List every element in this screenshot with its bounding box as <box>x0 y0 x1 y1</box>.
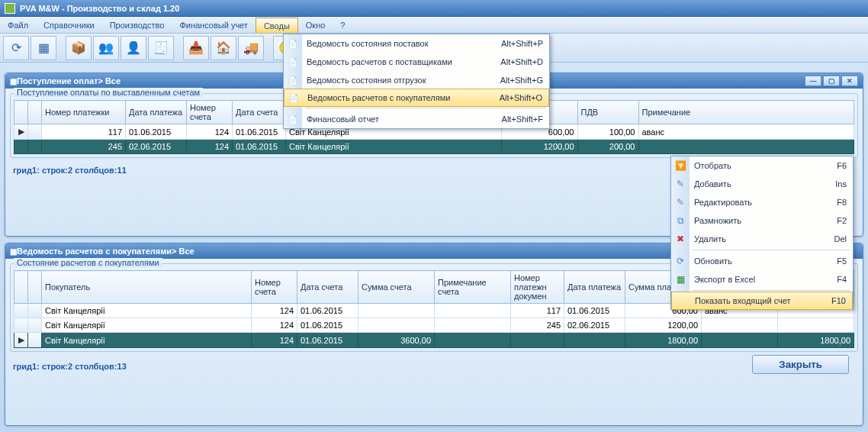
context-menu: 🔽 ОтобратьF6 ✎ ДобавитьIns ✎ Редактирова… <box>670 156 854 310</box>
maximize-button[interactable]: ▢ <box>823 76 840 86</box>
table-row[interactable]: Світ Канцелярії 124 01.06.2015 245 02.06… <box>14 318 854 333</box>
report-icon: 📄 <box>287 74 299 86</box>
col-vat[interactable]: ПДВ <box>577 101 638 124</box>
dd-supplier-settlements[interactable]: 📄 Ведомость расчетов с поставщиками Alt+… <box>284 53 549 71</box>
menu-finance[interactable]: Финансовый учет <box>172 17 256 33</box>
menu-window[interactable]: Окно <box>298 17 333 33</box>
copy-icon: ⧉ <box>674 214 686 227</box>
col-invoice-note[interactable]: Примечание счета <box>435 271 511 304</box>
menu-dictionaries[interactable]: Справочники <box>36 17 102 33</box>
group-label: Поступление оплаты по выставленным счета… <box>14 88 203 97</box>
table-row[interactable]: ▶ Світ Канцелярії 124 01.06.2015 3600,00… <box>14 333 854 348</box>
menu-file[interactable]: Файл <box>0 17 36 33</box>
col-pay-date[interactable]: Дата платежа <box>564 271 625 304</box>
tool-5[interactable]: 👤 <box>121 36 146 60</box>
close-button[interactable]: Закрыть <box>752 355 849 374</box>
tool-9[interactable]: 🚚 <box>238 36 264 60</box>
filter-icon: 🔽 <box>674 160 686 172</box>
close-button[interactable]: ✕ <box>841 76 858 86</box>
dd-supply-status[interactable]: 📄 Ведомость состояния поставок Alt+Shift… <box>284 34 549 53</box>
tool-excel[interactable]: ▦ <box>31 36 56 60</box>
cx-delete[interactable]: ✖ УдалитьDel <box>671 230 853 248</box>
dd-finance-report[interactable]: 📄 Финансовый отчет Alt+Shift+F <box>284 110 549 128</box>
col-buyer[interactable]: Покупатель <box>42 271 252 304</box>
col-payment-date[interactable]: Дата платежа <box>126 101 187 124</box>
cx-edit[interactable]: ✎ РедактироватьF8 <box>671 193 853 211</box>
cx-show-invoice[interactable]: Показать входящий счетF10 <box>671 292 853 310</box>
col-invoice-sum[interactable]: Сумма счета <box>358 271 435 304</box>
col-invoice-no[interactable]: Номер счета <box>252 271 297 304</box>
cx-refresh[interactable]: ⟳ ОбновитьF5 <box>671 252 853 270</box>
cx-duplicate[interactable]: ⧉ РазмножитьF2 <box>671 211 853 230</box>
tool-4[interactable]: 👥 <box>93 36 119 60</box>
dd-customer-settlements[interactable]: 📄 Ведомость расчетов с покупателями Alt+… <box>284 89 549 107</box>
window-icon: ▦ <box>10 247 17 256</box>
delete-icon: ✖ <box>674 233 686 245</box>
report-icon: 📄 <box>288 92 300 104</box>
refresh-icon: ⟳ <box>674 255 686 267</box>
edit-icon: ✎ <box>674 196 686 208</box>
report-icon: 📄 <box>287 56 299 68</box>
tool-8[interactable]: 🏠 <box>211 36 236 60</box>
menu-production[interactable]: Производство <box>102 17 172 33</box>
cx-filter[interactable]: 🔽 ОтобратьF6 <box>671 156 853 175</box>
tool-3[interactable]: 📦 <box>66 36 92 60</box>
report-icon: 📄 <box>287 113 299 125</box>
window-icon: ▦ <box>10 77 17 85</box>
minimize-button[interactable]: — <box>805 76 821 86</box>
add-icon: ✎ <box>674 178 686 190</box>
reports-dropdown: 📄 Ведомость состояния поставок Alt+Shift… <box>283 34 550 129</box>
excel-icon: ▦ <box>674 273 686 285</box>
report-icon: 📄 <box>287 37 299 50</box>
dd-shipment-status[interactable]: 📄 Ведомость состояния отгрузок Alt+Shift… <box>284 71 549 89</box>
col-invoice-no[interactable]: Номер счета <box>187 101 233 124</box>
grid-footer: грид1: строк:2 столбцов:13 <box>10 357 130 372</box>
col-invoice-date[interactable]: Дата счета <box>297 271 358 304</box>
titlebar: PVA M&W - Производство и склад 1.20 <box>0 0 868 17</box>
col-indicator2[interactable] <box>28 101 42 124</box>
cx-add[interactable]: ✎ ДобавитьIns <box>671 175 853 193</box>
col-payment-no[interactable]: Номер платежки <box>42 101 126 124</box>
col-note[interactable]: Примечание <box>638 101 854 124</box>
col-indicator[interactable] <box>14 101 28 124</box>
table-row[interactable]: 245 02.06.2015 124 01.06.2015 Світ Канце… <box>14 140 854 154</box>
menu-help[interactable]: ? <box>333 17 352 33</box>
cx-export[interactable]: ▦ Экспорт в ExcelF4 <box>671 270 853 289</box>
group-label: Состояние расчетов с покупателями <box>14 258 162 267</box>
menu-reports[interactable]: Своды <box>256 18 298 33</box>
tool-7[interactable]: 📥 <box>183 36 209 60</box>
menubar: Файл Справочники Производство Финансовый… <box>0 17 868 34</box>
col-invoice-date[interactable]: Дата счета <box>233 101 286 124</box>
col-paydoc-no[interactable]: Номер платежн докумен <box>511 271 564 304</box>
tool-refresh[interactable]: ⟳ <box>3 36 29 60</box>
tool-6[interactable]: 🧾 <box>148 36 174 60</box>
app-icon <box>5 3 15 14</box>
app-title: PVA M&W - Производство и склад 1.20 <box>20 4 179 13</box>
